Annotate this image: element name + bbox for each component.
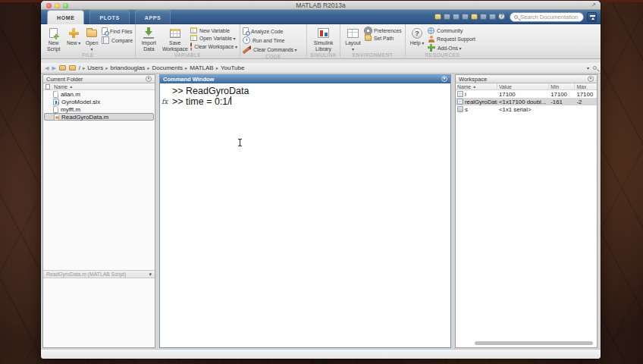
search-input[interactable] bbox=[520, 14, 581, 20]
breadcrumb-users[interactable]: Users bbox=[87, 64, 103, 71]
clear-workspace-button[interactable]: Clear Workspace bbox=[190, 42, 237, 51]
address-dropdown-icon[interactable]: ▾ bbox=[587, 65, 589, 71]
set-path-button[interactable]: Set Path bbox=[365, 36, 403, 41]
details-chevron-icon[interactable]: ▾ bbox=[149, 271, 152, 278]
current-folder-menu-icon[interactable] bbox=[146, 76, 152, 82]
quick-access-toolbar bbox=[434, 13, 505, 20]
minimize-toolstrip-button[interactable] bbox=[587, 12, 597, 22]
simulink-library-button[interactable]: Simulink Library bbox=[309, 26, 337, 52]
files-stack-icon bbox=[45, 84, 50, 89]
help-label: Help bbox=[410, 40, 425, 46]
tab-plots[interactable]: PLOTS bbox=[89, 10, 129, 24]
tab-home[interactable]: HOME bbox=[47, 10, 84, 24]
fullscreen-icon[interactable]: ↗ bbox=[591, 2, 596, 9]
open-variable-icon bbox=[190, 35, 197, 41]
simulink-file-icon bbox=[53, 99, 59, 105]
address-search-icon[interactable] bbox=[593, 66, 597, 70]
new-script-button[interactable]: New Script bbox=[43, 26, 64, 52]
mfile-icon bbox=[54, 114, 59, 121]
file-details-text: ReadGyroData.m (MATLAB Script) bbox=[46, 271, 126, 277]
workspace-panel: Workspace Name ▲ Value Min Max bbox=[455, 74, 598, 348]
back-arrow-icon[interactable]: ◀ bbox=[45, 63, 49, 74]
import-data-button[interactable]: Import Data bbox=[138, 26, 160, 52]
breadcrumb-documents[interactable]: Documents bbox=[152, 64, 183, 71]
file-row-allan[interactable]: allan.m bbox=[43, 90, 155, 98]
browse-folder-icon[interactable] bbox=[69, 65, 76, 71]
variable-name: realGyroData bbox=[465, 99, 497, 105]
command-window-menu-icon[interactable] bbox=[441, 76, 447, 82]
command-text: >> time = 0:1/ bbox=[172, 96, 231, 107]
breadcrumb: / ▸ Users ▸ briandouglas ▸ Documents ▸ M… bbox=[79, 64, 245, 71]
switch-windows-icon[interactable] bbox=[489, 14, 496, 20]
clear-commands-button[interactable]: Clear Commands bbox=[243, 46, 303, 54]
add-ons-button[interactable]: Add-Ons bbox=[428, 44, 476, 52]
request-support-icon bbox=[428, 36, 434, 42]
current-folder-panel: Current Folder Name ▲ allan.m GyroModel bbox=[42, 74, 155, 348]
request-support-button[interactable]: Request Support bbox=[428, 36, 476, 42]
column-header-max[interactable]: Max bbox=[575, 83, 597, 89]
up-folder-icon[interactable] bbox=[59, 65, 66, 71]
copy-icon[interactable] bbox=[453, 14, 460, 20]
help-quick-icon[interactable] bbox=[498, 13, 505, 20]
variable-quick-icon[interactable] bbox=[434, 14, 441, 20]
save-workspace-button[interactable]: Save Workspace bbox=[162, 26, 189, 52]
undo-icon[interactable] bbox=[471, 14, 478, 20]
workspace-row-realgyrodata-selected[interactable]: realGyroData <1x17100 doubl... -161 -2 bbox=[456, 98, 597, 105]
workspace-horizontal-scrollbar[interactable] bbox=[457, 340, 595, 346]
breadcrumb-separator: ▸ bbox=[147, 65, 149, 71]
help-button[interactable]: Help bbox=[408, 26, 426, 47]
scrollbar-thumb[interactable] bbox=[475, 341, 593, 345]
workspace-row-s[interactable]: s <1x1 serial> bbox=[456, 105, 597, 113]
breadcrumb-youtube[interactable]: YouTube bbox=[221, 64, 244, 71]
compare-button[interactable]: Compare bbox=[102, 36, 133, 44]
run-and-time-button[interactable]: Run and Time bbox=[243, 36, 303, 44]
open-variable-button[interactable]: Open Variable bbox=[190, 35, 237, 41]
current-folder-name-header[interactable]: Name ▲ bbox=[43, 83, 155, 90]
ribbon-group-resources-label: RESOURCES bbox=[408, 52, 477, 59]
name-column-label: Name bbox=[54, 84, 67, 89]
file-row-readgyrodata-selected[interactable]: ReadGyroData.m bbox=[44, 113, 154, 121]
layout-button[interactable]: Layout bbox=[343, 26, 363, 52]
workspace-menu-icon[interactable] bbox=[588, 76, 594, 82]
breadcrumb-root[interactable]: / bbox=[79, 64, 80, 71]
redo-icon[interactable] bbox=[480, 14, 487, 20]
forward-arrow-icon[interactable]: ▶ bbox=[52, 63, 55, 74]
new-variable-button[interactable]: New Variable bbox=[190, 27, 237, 33]
workspace-row-i[interactable]: i 17100 17100 17100 bbox=[456, 90, 597, 98]
search-documentation-box[interactable] bbox=[510, 12, 584, 22]
preferences-button[interactable]: Preferences bbox=[365, 27, 403, 34]
object-variable-icon bbox=[457, 106, 463, 112]
ribbon-group-file: New Script New Open Find Files bbox=[41, 24, 135, 59]
paste-icon[interactable] bbox=[462, 14, 469, 20]
cut-icon[interactable] bbox=[444, 14, 450, 20]
command-current-line[interactable]: fx >> time = 0:1/ bbox=[160, 96, 450, 107]
column-header-name[interactable]: Name ▲ bbox=[456, 83, 497, 89]
file-details-bar[interactable]: ReadGyroData.m (MATLAB Script) ▾ bbox=[43, 270, 155, 278]
ribbon-group-simulink-label: SIMULINK bbox=[309, 52, 337, 59]
mfile-icon bbox=[53, 106, 58, 113]
command-window-body[interactable]: >> ReadGyroData fx >> time = 0:1/ bbox=[160, 83, 450, 347]
find-files-label: Find Files bbox=[110, 29, 132, 34]
community-button[interactable]: Community bbox=[428, 27, 476, 34]
tab-apps[interactable]: APPS bbox=[135, 10, 171, 24]
prompt-margin bbox=[160, 86, 172, 96]
column-header-min[interactable]: Min bbox=[549, 83, 575, 89]
clear-commands-icon bbox=[243, 46, 251, 54]
new-button[interactable]: New bbox=[65, 26, 82, 47]
max-header-label: Max bbox=[576, 84, 586, 89]
breadcrumb-matlab[interactable]: MATLAB bbox=[190, 64, 213, 71]
breadcrumb-separator: ▸ bbox=[105, 65, 108, 71]
open-variable-label: Open Variable bbox=[199, 36, 236, 41]
title-bar[interactable]: MATLAB R2013a ↗ bbox=[41, 1, 601, 10]
file-row-myfft[interactable]: myfft.m bbox=[43, 105, 155, 113]
column-header-value[interactable]: Value bbox=[497, 83, 549, 89]
layout-label: Layout bbox=[343, 40, 362, 52]
clear-workspace-icon bbox=[190, 42, 192, 51]
analyze-code-button[interactable]: Analyze Code bbox=[243, 27, 303, 35]
community-globe-icon bbox=[428, 27, 434, 34]
open-button[interactable]: Open bbox=[83, 26, 100, 52]
breadcrumb-briandouglas[interactable]: briandouglas bbox=[110, 64, 145, 71]
file-row-gyromodel[interactable]: GyroModel.slx bbox=[43, 98, 155, 105]
fx-icon[interactable]: fx bbox=[160, 96, 172, 107]
find-files-button[interactable]: Find Files bbox=[102, 27, 133, 35]
